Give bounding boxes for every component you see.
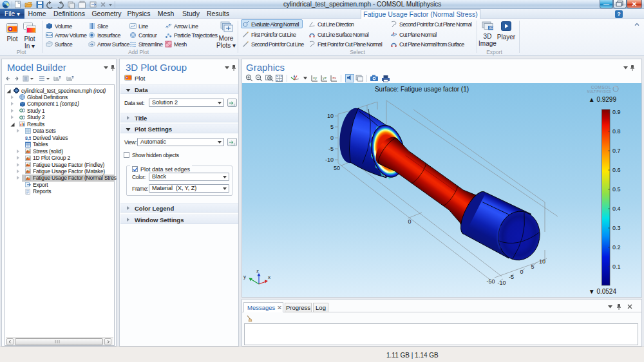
svg-text:0.1: 0.1 <box>612 263 621 270</box>
svg-text:Surface: Fatigue usage factor: Surface: Fatigue usage factor (1) <box>375 86 469 93</box>
svg-text:z: z <box>256 268 259 274</box>
svg-text:x: x <box>268 274 270 280</box>
svg-text:-5: -5 <box>509 274 514 280</box>
svg-text:10: 10 <box>327 113 334 119</box>
svg-text:-5: -5 <box>328 146 334 152</box>
svg-text:0.3: 0.3 <box>612 225 621 231</box>
svg-text:COMSOL: COMSOL <box>591 85 611 90</box>
svg-text:0.4: 0.4 <box>612 205 621 212</box>
svg-text:0.8: 0.8 <box>612 128 621 135</box>
svg-text:3D: 3D <box>489 26 493 30</box>
svg-text:zx: zx <box>332 76 336 80</box>
svg-text:▼ 0.0524: ▼ 0.0524 <box>589 288 617 295</box>
svg-text:10: 10 <box>539 258 545 265</box>
svg-text:0.9: 0.9 <box>612 109 621 115</box>
svg-text:50: 50 <box>334 165 340 171</box>
svg-text:0: 0 <box>520 269 523 275</box>
svg-text:MULTIPHYSICS: MULTIPHYSICS <box>587 90 611 93</box>
svg-text:0: 0 <box>408 218 411 225</box>
svg-text:-50: -50 <box>486 278 495 285</box>
svg-text:0.2: 0.2 <box>612 244 621 251</box>
svg-text:5: 5 <box>531 263 534 270</box>
svg-text:0: 0 <box>330 135 334 141</box>
svg-text:yz: yz <box>323 76 327 80</box>
svg-text:5: 5 <box>330 124 334 130</box>
svg-text:xy: xy <box>313 76 317 80</box>
svg-text:-10: -10 <box>497 280 506 286</box>
svg-text:-10: -10 <box>325 157 334 163</box>
svg-text:▲ 0.9299: ▲ 0.9299 <box>589 96 617 103</box>
svg-text:y: y <box>243 274 246 280</box>
svg-text:8,5: 8,5 <box>25 136 31 141</box>
svg-text:0.7: 0.7 <box>612 148 621 154</box>
svg-text:0.6: 0.6 <box>612 167 621 173</box>
svg-text:0.5: 0.5 <box>612 186 621 193</box>
